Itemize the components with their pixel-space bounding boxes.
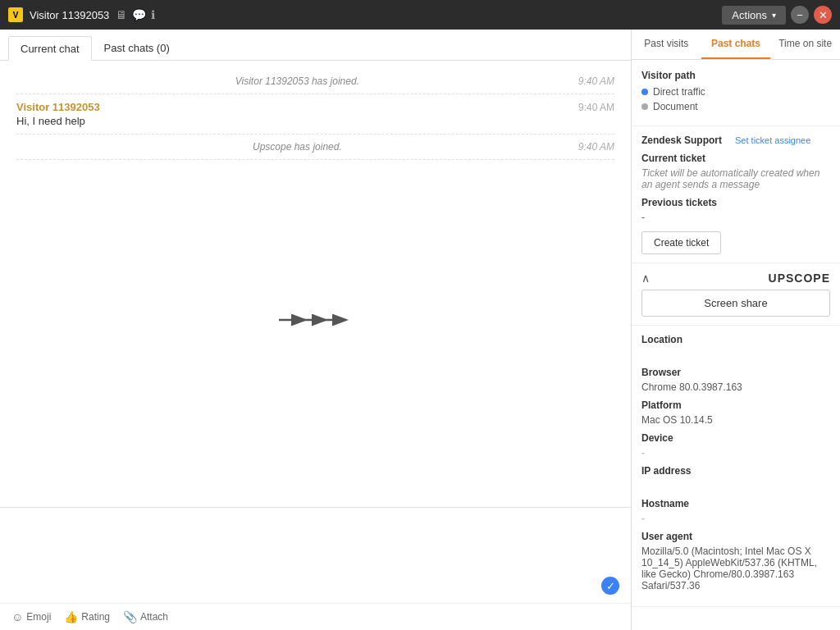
rating-label: Rating: [81, 611, 110, 623]
screen-share-button[interactable]: Screen share: [641, 290, 830, 317]
paperclip-icon: 📎: [123, 610, 137, 623]
message-sender: Visitor 11392053: [16, 101, 100, 113]
left-panel: Current chat Past chats (0) Visitor 1139…: [0, 30, 632, 630]
path-dot-gray: [641, 103, 648, 110]
chat-input-area: ✓ ☺ Emoji 👍 Rating 📎 Attach: [0, 507, 631, 630]
tab-past-chats[interactable]: Past chats: [701, 30, 771, 59]
monitor-icon: 🖥: [116, 8, 127, 21]
message-header: Visitor 11392053 9:40 AM: [16, 101, 614, 113]
platform-value: Mac OS 10.14.5: [641, 414, 830, 426]
tab-past-chats[interactable]: Past chats (0): [92, 36, 182, 60]
collapse-button[interactable]: ∧: [641, 272, 650, 285]
visitor-icon: V: [8, 7, 23, 22]
zendesk-title: Zendesk Support: [641, 135, 722, 146]
message-time: 9:40 AM: [578, 102, 614, 113]
ip-value: [641, 480, 830, 491]
arrow-indicator: [16, 160, 614, 332]
path-item-document: Document: [641, 101, 830, 112]
user-agent-label: User agent: [641, 531, 830, 542]
message-time: 9:40 AM: [578, 141, 614, 153]
location-label: Location: [641, 334, 830, 345]
zendesk-section: Zendesk Support Set ticket assignee Curr…: [632, 126, 840, 263]
chevron-down-icon: ▾: [772, 11, 776, 20]
title-bar-right: Actions ▾ − ✕: [722, 6, 832, 25]
info-icon: ℹ: [151, 8, 155, 21]
hostname-label: Hostname: [641, 498, 830, 509]
tab-current-chat[interactable]: Current chat: [8, 36, 92, 61]
right-panel: Past visits Past chats Time on site Visi…: [632, 30, 840, 630]
actions-button[interactable]: Actions ▾: [722, 6, 786, 25]
previous-tickets-label: Previous tickets: [641, 197, 830, 208]
current-ticket-value: Ticket will be automatically created whe…: [641, 167, 830, 190]
message-time: 9:40 AM: [578, 75, 614, 87]
input-toolbar: ☺ Emoji 👍 Rating 📎 Attach: [0, 603, 631, 630]
chat-icon: 💬: [132, 8, 146, 21]
upscope-section: ∧ UPSCOPE Screen share: [632, 263, 840, 326]
previous-tickets-value: -: [641, 212, 830, 223]
close-button[interactable]: ✕: [814, 6, 832, 24]
chat-tabs: Current chat Past chats (0): [0, 30, 631, 61]
right-tabs: Past visits Past chats Time on site: [632, 30, 840, 60]
browser-label: Browser: [641, 367, 830, 378]
tab-time-on-site[interactable]: Time on site: [770, 30, 840, 59]
attach-label: Attach: [140, 611, 168, 623]
system-message-text: Visitor 11392053 has joined.: [16, 75, 578, 87]
device-label: Device: [641, 432, 830, 444]
system-message-joined: Visitor 11392053 has joined. 9:40 AM: [16, 69, 614, 94]
platform-label: Platform: [641, 399, 830, 411]
emoji-button[interactable]: ☺ Emoji: [11, 610, 51, 623]
path-dot-blue: [641, 89, 648, 95]
create-ticket-button[interactable]: Create ticket: [641, 231, 721, 254]
upscope-logo: UPSCOPE: [769, 272, 830, 285]
rating-button[interactable]: 👍 Rating: [64, 610, 110, 623]
collapse-icon: ∧: [641, 272, 650, 285]
message-input-box[interactable]: ✓: [0, 508, 631, 603]
chat-area: Visitor 11392053 has joined. 9:40 AM Vis…: [0, 61, 631, 507]
set-ticket-assignee-link[interactable]: Set ticket assignee: [735, 135, 810, 145]
system-message-text: Upscope has joined.: [16, 141, 578, 153]
title-icons: 🖥 💬 ℹ: [116, 8, 155, 21]
current-ticket-label: Current ticket: [641, 153, 830, 164]
hostname-value: -: [641, 513, 830, 524]
chat-message-user: Visitor 11392053 9:40 AM Hi, I need help: [16, 94, 614, 135]
actions-label: Actions: [732, 9, 767, 21]
emoji-icon: ☺: [11, 610, 23, 623]
title-bar: V Visitor 11392053 🖥 💬 ℹ Actions ▾ − ✕: [0, 0, 840, 30]
message-body: Hi, I need help: [16, 115, 614, 127]
visitor-path-section: Visitor path Direct traffic Document: [632, 60, 840, 126]
browser-value: Chrome 80.0.3987.163: [641, 381, 830, 393]
close-icon: ✕: [819, 9, 828, 21]
location-section: Location Browser Chrome 80.0.3987.163 Pl…: [632, 326, 840, 607]
arrows-svg: [279, 308, 353, 332]
upscope-top-row: ∧ UPSCOPE: [641, 272, 830, 285]
check-icon: ✓: [601, 577, 619, 595]
ip-label: IP address: [641, 465, 830, 477]
title-bar-left: V Visitor 11392053 🖥 💬 ℹ: [8, 7, 155, 22]
title-text: Visitor 11392053: [30, 9, 109, 21]
device-value: -: [641, 447, 830, 459]
path-direct-label: Direct traffic: [653, 86, 705, 98]
attach-button[interactable]: 📎 Attach: [123, 610, 168, 623]
minimize-icon: −: [797, 9, 803, 21]
path-item-direct: Direct traffic: [641, 86, 830, 98]
zendesk-header: Zendesk Support Set ticket assignee: [641, 135, 830, 146]
thumbs-up-icon: 👍: [64, 610, 78, 623]
visitor-path-title: Visitor path: [641, 70, 830, 81]
minimize-button[interactable]: −: [791, 6, 809, 24]
path-document-label: Document: [653, 101, 698, 112]
system-message-upscope: Upscope has joined. 9:40 AM: [16, 135, 614, 160]
location-value: [641, 349, 830, 360]
user-agent-value: Mozilla/5.0 (Macintosh; Intel Mac OS X 1…: [641, 546, 830, 591]
tab-past-visits[interactable]: Past visits: [632, 30, 701, 59]
emoji-label: Emoji: [26, 611, 51, 623]
main-layout: Current chat Past chats (0) Visitor 1139…: [0, 30, 840, 630]
